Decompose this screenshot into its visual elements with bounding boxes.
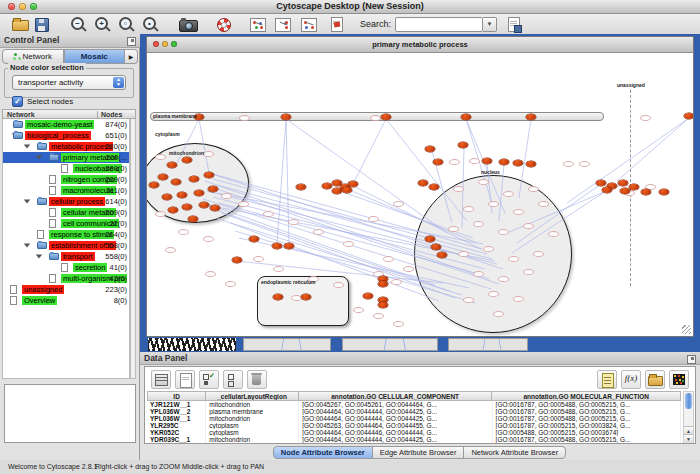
graph-node[interactable] xyxy=(249,236,259,242)
background-network-window[interactable] xyxy=(243,338,331,351)
tree-row[interactable]: cell communicat22(0) xyxy=(3,218,129,229)
tab-network-attribute-browser[interactable]: Network Attribute Browser xyxy=(463,446,566,459)
graph-node[interactable] xyxy=(641,189,651,195)
graph-edge[interactable] xyxy=(217,218,439,301)
table-scrollbar[interactable]: ▲ ▼ xyxy=(683,391,694,443)
attribute-matrix-icon[interactable] xyxy=(669,370,689,389)
network-canvas[interactable]: plasma membrane cytoplasm mitochondrion … xyxy=(147,53,693,336)
graph-node[interactable] xyxy=(659,189,669,195)
graph-node[interactable] xyxy=(418,180,428,186)
graph-node[interactable] xyxy=(168,207,178,213)
graph-node[interactable] xyxy=(204,172,214,178)
graph-node[interactable] xyxy=(461,114,471,120)
graph-node[interactable] xyxy=(296,184,306,190)
camera-snapshot-icon[interactable] xyxy=(179,16,197,32)
graph-node[interactable] xyxy=(189,176,199,182)
save-session-icon[interactable] xyxy=(33,16,51,32)
unselect-attributes-icon[interactable] xyxy=(223,370,243,389)
float-panel-icon[interactable] xyxy=(127,37,136,46)
column-header[interactable]: ID xyxy=(147,391,206,401)
search-dropdown-icon[interactable]: ▼ xyxy=(483,17,497,32)
tab-node-attribute-browser[interactable]: Node Attribute Browser xyxy=(273,446,373,459)
graph-node[interactable] xyxy=(618,180,628,186)
graph-node[interactable] xyxy=(437,252,447,258)
import-attributes-icon[interactable] xyxy=(645,370,665,389)
zoom-selected-region-icon[interactable]: ▫ xyxy=(117,16,135,32)
zoom-to-fit-icon[interactable]: • xyxy=(141,16,159,32)
graph-node[interactable] xyxy=(348,181,358,187)
resize-grip[interactable] xyxy=(682,325,691,334)
search-input[interactable] xyxy=(395,17,483,32)
background-network-window[interactable] xyxy=(342,338,438,351)
graph-edge[interactable] xyxy=(512,187,612,253)
graph-node[interactable] xyxy=(273,294,283,300)
maximize-window-button[interactable] xyxy=(30,3,37,10)
column-header[interactable]: annotation.GO CELLULAR_COMPONENT xyxy=(299,391,493,401)
graph-node[interactable] xyxy=(526,114,536,120)
layout-tool-a-icon[interactable] xyxy=(274,16,292,32)
edit-network-icon[interactable] xyxy=(328,16,346,32)
scroll-down-icon[interactable]: ▼ xyxy=(684,434,693,443)
graph-node[interactable] xyxy=(526,161,536,167)
zoom-in-icon[interactable]: + xyxy=(93,16,111,32)
graph-node[interactable] xyxy=(158,174,168,180)
new-attribute-icon[interactable] xyxy=(175,370,195,389)
tree-row[interactable]: transport558(0) xyxy=(3,251,129,262)
graph-node[interactable] xyxy=(378,281,388,287)
tree-row[interactable]: establishment of lo558(0) xyxy=(3,240,129,251)
graph-edge[interactable] xyxy=(286,119,447,233)
network-close-button[interactable] xyxy=(153,41,159,47)
column-header[interactable]: _cellularLayoutRegion xyxy=(206,391,299,401)
function-builder-icon[interactable]: f(x) xyxy=(621,370,641,389)
tree-row[interactable]: Overview8(0) xyxy=(3,295,129,306)
more-tabs-arrow-icon[interactable]: ▶ xyxy=(125,49,138,64)
background-network-window[interactable] xyxy=(148,338,236,351)
table-row[interactable]: YDR039C__1mitochondrion[GO:0044464, GO:0… xyxy=(147,436,681,443)
expand-arrow-icon[interactable] xyxy=(24,200,30,204)
graph-node[interactable] xyxy=(378,302,388,308)
graph-node[interactable] xyxy=(167,162,177,168)
graph-node[interactable] xyxy=(322,183,332,189)
tab-mosaic[interactable]: Mosaic xyxy=(64,49,126,64)
birdseye-view-panel[interactable] xyxy=(4,384,136,443)
expand-arrow-icon[interactable] xyxy=(36,156,42,160)
network-overview-icon[interactable] xyxy=(249,16,267,32)
graph-node[interactable] xyxy=(210,205,220,211)
graph-node[interactable] xyxy=(199,202,209,208)
node-color-dropdown[interactable]: transporter activity ▲▼ xyxy=(12,75,126,90)
network-view-window[interactable]: primary metabolic process plasma membran… xyxy=(146,36,694,337)
graph-node[interactable] xyxy=(171,179,181,185)
graph-edge[interactable] xyxy=(347,189,477,243)
tree-row[interactable]: mosaic-demo-yeast874(0) xyxy=(3,119,129,130)
tree-row[interactable]: nucleobase-c209(0) xyxy=(3,163,129,174)
graph-node[interactable] xyxy=(284,243,294,249)
graph-node[interactable] xyxy=(596,180,606,186)
graph-node[interactable] xyxy=(188,216,198,222)
table-row[interactable]: YPL036W__2plasma membrane[GO:0044464, GO… xyxy=(147,408,681,415)
network-window-titlebar[interactable]: primary metabolic process xyxy=(147,37,693,53)
graph-node[interactable] xyxy=(425,236,435,242)
graph-edge[interactable] xyxy=(617,118,689,181)
graph-node[interactable] xyxy=(381,114,391,120)
graph-node[interactable] xyxy=(513,160,523,166)
zoom-out-icon[interactable]: − xyxy=(69,16,87,32)
graph-node[interactable] xyxy=(433,159,443,165)
graph-node[interactable] xyxy=(301,294,311,300)
tree-row[interactable]: primary metabol209(... xyxy=(3,152,129,163)
graph-node[interactable] xyxy=(272,243,282,249)
graph-node[interactable] xyxy=(499,159,509,165)
notepad-icon[interactable] xyxy=(597,370,617,389)
graph-edge[interactable] xyxy=(286,119,289,243)
graph-edge[interactable] xyxy=(517,184,601,243)
graph-node[interactable] xyxy=(194,190,204,196)
float-panel-icon[interactable] xyxy=(687,355,696,364)
scrollbar-thumb[interactable] xyxy=(685,393,692,409)
graph-node[interactable] xyxy=(629,184,639,190)
help-icon[interactable] xyxy=(215,16,233,32)
graph-edge[interactable] xyxy=(466,119,505,213)
tab-edge-attribute-browser[interactable]: Edge Attribute Browser xyxy=(372,446,465,459)
network-minimize-button[interactable] xyxy=(162,41,168,47)
graph-edge[interactable] xyxy=(352,119,386,186)
graph-node[interactable] xyxy=(458,142,468,148)
graph-node[interactable] xyxy=(177,192,187,198)
